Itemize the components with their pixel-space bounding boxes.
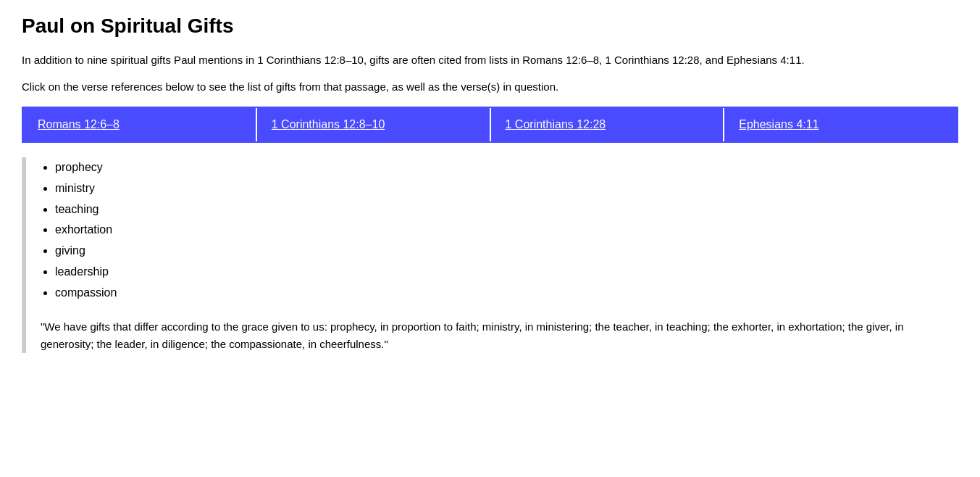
gift-item-1: ministry <box>55 178 958 199</box>
tab-ephesians[interactable]: Ephesians 4:11 <box>724 108 957 141</box>
gift-item-5: leadership <box>55 262 958 283</box>
tab-romans-link[interactable]: Romans 12:6–8 <box>38 118 120 130</box>
verse-quote: "We have gifts that differ according to … <box>41 318 910 353</box>
tabs-container: Romans 12:6–8 1 Corinthians 12:8–10 1 Co… <box>22 107 958 143</box>
gift-item-2: teaching <box>55 199 958 220</box>
intro-text: In addition to nine spiritual gifts Paul… <box>22 52 949 69</box>
gift-item-3: exhortation <box>55 220 958 241</box>
gift-item-4: giving <box>55 241 958 262</box>
content-area: prophecyministryteachingexhortationgivin… <box>22 157 958 353</box>
page-title: Paul on Spiritual Gifts <box>22 14 958 38</box>
content-body: prophecyministryteachingexhortationgivin… <box>41 157 958 353</box>
tab-corinthians1-link[interactable]: 1 Corinthians 12:8–10 <box>272 118 385 130</box>
tab-ephesians-link[interactable]: Ephesians 4:11 <box>739 118 818 130</box>
left-border-decoration <box>22 157 26 353</box>
tab-corinthians2-link[interactable]: 1 Corinthians 12:28 <box>506 118 606 130</box>
instruction-text: Click on the verse references below to s… <box>22 79 958 96</box>
gifts-list: prophecyministryteachingexhortationgivin… <box>41 157 958 304</box>
gift-item-6: compassion <box>55 283 958 304</box>
tab-corinthians2[interactable]: 1 Corinthians 12:28 <box>491 108 725 141</box>
tab-romans[interactable]: Romans 12:6–8 <box>23 108 257 141</box>
tab-corinthians1[interactable]: 1 Corinthians 12:8–10 <box>257 108 491 141</box>
gift-item-0: prophecy <box>55 157 958 178</box>
